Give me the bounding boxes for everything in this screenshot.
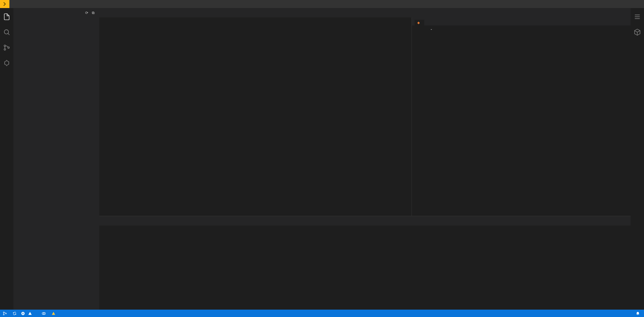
svg-point-4 bbox=[8, 47, 9, 49]
status-sync-icon[interactable] bbox=[12, 311, 17, 316]
status-branch[interactable] bbox=[3, 311, 8, 316]
panel-body[interactable] bbox=[99, 226, 631, 310]
main-area: ⟳ ⧉ ◆ bbox=[0, 8, 644, 310]
outline-icon[interactable] bbox=[633, 12, 642, 21]
cube-icon[interactable] bbox=[633, 27, 642, 37]
activity-search-icon[interactable] bbox=[2, 27, 11, 37]
editor-gutter bbox=[412, 26, 431, 216]
panel-tabs bbox=[99, 216, 631, 226]
status-problems[interactable] bbox=[21, 311, 34, 316]
editor-group: ◆ bbox=[99, 8, 631, 310]
editor-tabs bbox=[99, 8, 631, 17]
settings-scope-tab-user[interactable]: ◆ bbox=[415, 20, 424, 25]
app-logo bbox=[0, 0, 9, 8]
sidebar-header: ⟳ ⧉ bbox=[13, 8, 99, 17]
editor-content[interactable] bbox=[431, 26, 631, 216]
settings-json-editor: ◆ bbox=[412, 17, 631, 216]
collapse-all-icon[interactable]: ⧉ bbox=[92, 11, 95, 15]
json-icon: ◆ bbox=[417, 21, 420, 24]
menu-bar bbox=[0, 0, 644, 8]
status-previews[interactable] bbox=[42, 311, 47, 316]
svg-point-15 bbox=[3, 312, 4, 313]
file-tree bbox=[13, 17, 99, 19]
svg-line-1 bbox=[8, 34, 10, 35]
svg-point-2 bbox=[4, 45, 6, 47]
activity-debug-icon[interactable] bbox=[2, 58, 11, 68]
preferences-list[interactable] bbox=[99, 17, 412, 216]
preferences-editor bbox=[99, 17, 412, 216]
svg-point-0 bbox=[4, 30, 9, 34]
status-ephemeral[interactable] bbox=[51, 311, 57, 316]
activity-bar-right bbox=[631, 8, 644, 310]
svg-point-3 bbox=[4, 49, 6, 50]
svg-point-5 bbox=[5, 61, 9, 65]
activity-explorer-icon[interactable] bbox=[2, 12, 11, 21]
sidebar-explorer: ⟳ ⧉ bbox=[13, 8, 99, 310]
activity-bar bbox=[0, 8, 13, 310]
activity-scm-icon[interactable] bbox=[2, 43, 11, 52]
status-notifications[interactable] bbox=[636, 311, 641, 316]
refresh-icon[interactable]: ⟳ bbox=[85, 11, 89, 15]
svg-point-16 bbox=[3, 314, 4, 315]
bottom-panel bbox=[99, 216, 631, 310]
status-bar bbox=[0, 310, 644, 317]
